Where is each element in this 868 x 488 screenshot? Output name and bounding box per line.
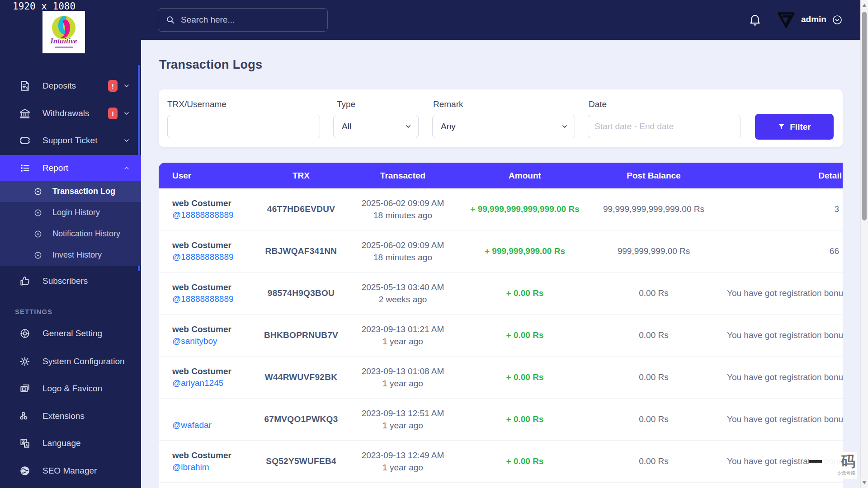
type-select[interactable]: All [333,115,419,138]
sidebar-item-general-setting[interactable]: General Setting [0,322,141,345]
user-name: web Costumer [172,239,245,251]
scrollbar-thumb[interactable] [862,12,867,221]
transacted-date: 2025-06-02 09:09 AM [358,239,448,251]
amount: + 99,999,999,999,999.00 Rs [448,204,602,214]
sidebar-item-support-ticket[interactable]: Support Ticket [0,129,141,152]
scrollbar-up-arrow[interactable] [862,4,867,7]
username-link[interactable]: @sanityboy [172,335,245,347]
sidebar-item-extensions[interactable]: Extensions [0,405,141,427]
svg-text:$: $ [26,86,28,90]
type-label: Type [337,99,355,109]
translate-icon: A [19,437,31,449]
chevron-circle-down-icon[interactable] [832,14,843,25]
admin-username[interactable]: admin [801,14,826,24]
transacted-ago: 1 year ago [358,419,448,432]
table-row: web Costumer@ibrahim SQ52Y5WUFEB4 2023-0… [159,441,843,483]
trx-id: W44RWUVF92BK [245,372,358,382]
sidebar-item-withdrawals[interactable]: Withdrawals ! [0,102,141,125]
page-scrollbar[interactable] [860,0,868,488]
detail: You have got registration bonu [706,414,843,424]
deposits-alert-badge: ! [108,80,118,92]
table-row: web Costumer@18888888889 98574H9Q3BOU 20… [159,272,843,314]
table-row: web Costumer@sanityboy BHKBOPRNUB7V 2023… [159,314,843,357]
post-balance: 0.00 Rs [602,456,706,466]
post-balance: 0.00 Rs [602,330,706,340]
sidebar-item-subscribers[interactable]: Subscribers [0,270,141,292]
globe-icon [19,465,31,477]
search-input[interactable] [181,15,320,25]
brand-logo[interactable]: Intuitive [42,11,85,53]
date-label: Date [589,99,607,109]
filter-button[interactable]: Filter [755,114,834,140]
detail: 3 [706,204,843,214]
sidebar-item-report[interactable]: Report [0,155,141,181]
funnel-icon [778,123,785,131]
submenu-item-login-history[interactable]: Login History [0,202,141,223]
username-link[interactable]: @18888888889 [172,209,245,221]
type-select-value: All [342,122,351,131]
notification-bell-icon[interactable] [748,13,762,27]
transacted-date: 2023-09-13 12:49 AM [358,449,448,461]
post-balance: 0.00 Rs [602,414,706,424]
ticket-icon [19,135,31,146]
dot-circle-icon [33,187,42,196]
trx-id: 46T7HD6EVDUV [245,204,358,214]
user-name: web Costumer [172,324,245,335]
thumbs-up-icon [19,275,31,287]
user-name: web Costumer [172,282,245,293]
sidebar-item-language[interactable]: A Language [0,432,141,455]
post-balance: 0.00 Rs [602,372,706,382]
watermark-character: 码 [841,452,855,472]
transacted-date: 2025-05-13 03:40 AM [358,281,448,293]
user-name: web Costumer [172,450,245,461]
nodes-icon [19,410,31,422]
trx-id: 67MVQO1PWKQ3 [245,414,358,424]
invoice-dollar-icon: $ [19,80,31,92]
chevron-down-icon [123,137,130,144]
username-link[interactable]: @18888888889 [172,293,245,305]
remark-select[interactable]: Any [432,115,575,138]
list-icon [19,162,31,174]
detail: You have got registration bonu [706,330,843,340]
svg-text:A: A [25,443,28,447]
settings-section-header: SETTINGS [15,308,52,315]
chevron-down-icon [561,123,568,130]
post-balance: 999,999,999.00 Rs [602,246,706,256]
transacted-date: 2023-09-13 12:51 AM [358,407,448,419]
table-header-row: User TRX Transacted Amount Post Balance … [159,163,843,188]
admin-avatar-logo[interactable] [776,9,797,31]
remark-label: Remark [433,99,463,109]
sidebar-item-deposits[interactable]: $ Deposits ! [0,75,141,97]
col-header-trx: TRX [245,171,358,181]
submenu-item-transaction-log[interactable]: Transaction Log [0,181,141,202]
sidebar-item-label: Withdrawals [42,108,89,118]
username-link[interactable]: @wafadar [172,419,245,431]
detail: 66 [706,246,843,256]
scrollbar-down-arrow[interactable] [862,481,867,484]
date-range-input[interactable] [588,115,741,138]
user-name: web Costumer [172,197,245,209]
sidebar-item-label: SEO Manager [42,466,97,476]
dot-circle-icon [33,208,42,217]
amount: + 0.00 Rs [448,414,602,424]
transacted-ago: 18 minutes ago [358,209,448,221]
sidebar-item-logo-favicon[interactable]: Logo & Favicon [0,377,141,400]
username-link[interactable]: @ariyan1245 [172,377,245,389]
amount: + 0.00 Rs [448,372,602,382]
bank-icon [19,108,31,119]
username-link[interactable]: @ibrahim [172,461,245,473]
transacted-ago: 1 year ago [358,461,448,474]
filter-card: TRX/Username Type Remark Date All Any Fi… [159,89,843,147]
username-link[interactable]: @18888888889 [172,251,245,263]
transacted-ago: 1 year ago [358,377,448,389]
submenu-item-invest-history[interactable]: Invest History [0,244,141,266]
sidebar-item-system-configuration[interactable]: System Configuration [0,350,141,373]
search-box[interactable] [158,8,328,32]
trx-username-input[interactable] [167,115,320,138]
sidebar-item-seo-manager[interactable]: SEO Manager [0,460,141,482]
chevron-down-icon [123,82,130,89]
gear-icon [19,356,31,367]
watermark-subtext: 少走弯路 [837,470,855,476]
submenu-item-notification-history[interactable]: Notification History [0,223,141,244]
amount: + 0.00 Rs [448,288,602,298]
